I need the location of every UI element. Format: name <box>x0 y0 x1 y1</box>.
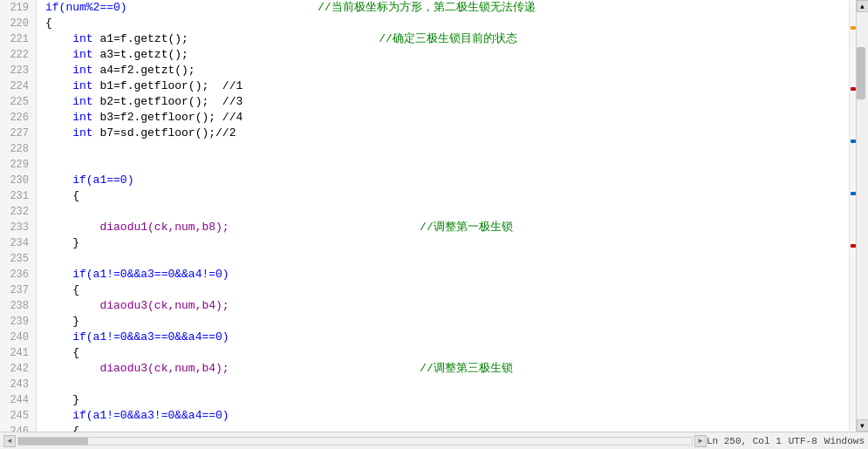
line-number: 223 <box>7 63 29 78</box>
code-area: 2192202212222232242252262272282292302312… <box>0 0 849 432</box>
h-scroll-track[interactable] <box>17 437 693 446</box>
line-numbers: 2192202212222232242252262272282292302312… <box>0 0 37 432</box>
status-bar: Ln 250, Col 1 UTF-8 Windows <box>707 436 865 446</box>
line-number: 235 <box>7 251 29 267</box>
scroll-up-button[interactable]: ▲ <box>857 0 869 12</box>
code-line: } <box>45 392 849 408</box>
scroll-thumb[interactable] <box>857 47 865 99</box>
line-col: Ln 250, Col 1 <box>707 436 782 446</box>
horizontal-scroll[interactable]: ◄ ► <box>3 435 707 447</box>
code-line: { <box>45 16 849 31</box>
scroll-down-button[interactable]: ▼ <box>857 419 869 432</box>
code-line: { <box>45 424 849 432</box>
line-number: 229 <box>7 157 29 173</box>
code-line: diaodu3(ck,num,b4); //调整第三极生锁 <box>45 361 849 377</box>
line-number: 236 <box>7 267 29 282</box>
code-line: if(a1!=0&&a3==0&&a4!=0) <box>45 267 849 282</box>
code-line: int b7=sd.getfloor();//2 <box>45 126 849 141</box>
line-number: 244 <box>7 392 29 408</box>
editor-container: 2192202212222232242252262272282292302312… <box>0 0 868 432</box>
code-line: if(a1==0) <box>45 173 849 188</box>
line-number: 224 <box>7 78 29 94</box>
code-line <box>45 157 849 173</box>
line-number: 241 <box>7 345 29 361</box>
encoding: UTF-8 <box>789 436 817 446</box>
line-number: 227 <box>7 126 29 141</box>
code-line: diaodu1(ck,num,b8); //调整第一极生锁 <box>45 220 849 235</box>
line-number: 245 <box>7 408 29 424</box>
code-line: if(a1!=0&&a3!=0&&a4==0) <box>45 408 849 424</box>
line-number: 219 <box>7 0 29 16</box>
line-number: 240 <box>7 330 29 345</box>
line-number: 239 <box>7 314 29 330</box>
code-line: { <box>45 282 849 298</box>
code-line: int b2=t.getfloor(); //3 <box>45 94 849 110</box>
code-line <box>45 377 849 392</box>
line-number: 232 <box>7 204 29 220</box>
code-line: if(a1!=0&&a3==0&&a4==0) <box>45 330 849 345</box>
code-line: } <box>45 314 849 330</box>
bottom-bar: ◄ ► Ln 250, Col 1 UTF-8 Windows <box>0 432 868 449</box>
line-number: 228 <box>7 141 29 157</box>
line-number: 242 <box>7 361 29 377</box>
vertical-scrollbar[interactable]: ▲ ▼ <box>856 0 868 432</box>
code-line <box>45 204 849 220</box>
code-line: { <box>45 188 849 204</box>
code-content[interactable]: if(num%2==0) //当前极坐标为方形，第二极生锁无法传递{ int a… <box>37 0 849 432</box>
line-number: 233 <box>7 220 29 235</box>
code-line: int a1=f.getzt(); //确定三极生锁目前的状态 <box>45 31 849 47</box>
line-number: 221 <box>7 31 29 47</box>
line-ending: Windows <box>824 436 865 446</box>
line-number: 231 <box>7 188 29 204</box>
code-line <box>45 141 849 157</box>
scroll-left-button[interactable]: ◄ <box>3 435 16 447</box>
code-line: { <box>45 345 849 361</box>
line-number: 246 <box>7 424 29 432</box>
line-number: 238 <box>7 298 29 314</box>
line-number: 225 <box>7 94 29 110</box>
mini-scrollbar[interactable] <box>849 0 856 432</box>
code-line: int a3=t.getzt(); <box>45 47 849 63</box>
line-number: 230 <box>7 173 29 188</box>
code-line: int a4=f2.getzt(); <box>45 63 849 78</box>
code-line: diaodu3(ck,num,b4); <box>45 298 849 314</box>
line-number: 237 <box>7 282 29 298</box>
code-line: int b3=f2.getfloor(); //4 <box>45 110 849 126</box>
line-number: 222 <box>7 47 29 63</box>
line-number: 234 <box>7 235 29 251</box>
code-line: if(num%2==0) //当前极坐标为方形，第二极生锁无法传递 <box>45 0 849 16</box>
line-number: 226 <box>7 110 29 126</box>
code-line <box>45 251 849 267</box>
scroll-right-button[interactable]: ► <box>694 435 707 447</box>
code-line: } <box>45 235 849 251</box>
line-number: 220 <box>7 16 29 31</box>
h-scroll-thumb <box>18 438 88 445</box>
line-number: 243 <box>7 377 29 392</box>
code-line: int b1=f.getfloor(); //1 <box>45 78 849 94</box>
